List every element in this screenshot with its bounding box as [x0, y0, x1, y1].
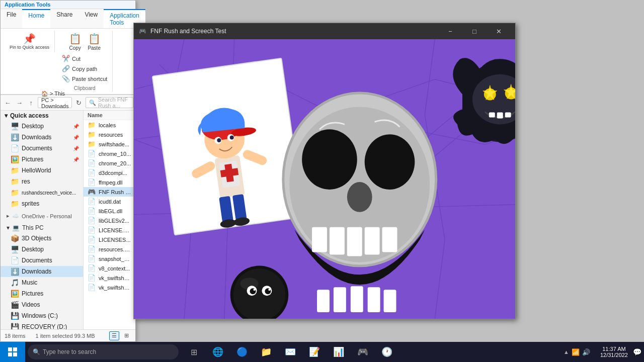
search-box[interactable]: 🔍 Search FNF Rush a...	[86, 97, 133, 108]
sidebar-item-documents-qa[interactable]: 📄 Documents 📌	[1, 143, 83, 154]
file-item-v8context[interactable]: 📄 v8_context...	[84, 263, 135, 273]
file-item-ffmpeg[interactable]: 📄 ffmpeg.dll	[84, 177, 135, 187]
tiles-view-button[interactable]: ⊞	[121, 331, 131, 340]
sidebar-section-quick-access[interactable]: ▾ Quick access	[1, 111, 83, 121]
task-view-icon: ⊞	[191, 347, 197, 357]
svg-rect-57	[13, 352, 17, 356]
svg-rect-42	[489, 112, 495, 117]
taskbar-search-icon: 🔍	[33, 348, 40, 355]
file-item-libegl[interactable]: 📄 libEGL.dll	[84, 206, 135, 216]
volume-icon[interactable]: 🔊	[582, 348, 590, 356]
tab-home[interactable]: Home	[22, 9, 50, 28]
sidebar-item-sprites[interactable]: 📁 sprites	[1, 198, 83, 209]
pin-indicator: 📌	[73, 146, 79, 151]
cut-button[interactable]: ✂️ Cut	[60, 54, 109, 63]
file-item-chrome10[interactable]: 📄 chrome_10...	[84, 149, 135, 158]
sidebar-item-documents-pc[interactable]: 📄 Documents	[1, 255, 83, 266]
powerpoint-app-icon: 📊	[333, 346, 344, 357]
sidebar-item-downloads-qa[interactable]: ⬇️ Downloads 📌	[1, 132, 83, 143]
downloads-pc-icon: ⬇️	[11, 267, 19, 276]
file-name: v8_context...	[99, 265, 130, 272]
address-path[interactable]: 🏠 > This PC > Downloads >	[38, 97, 72, 108]
sidebar-item-music[interactable]: 🎵 Music	[1, 277, 83, 288]
taskbar-search-box[interactable]: 🔍 Type here to search	[28, 344, 179, 359]
file-item-vk2[interactable]: 📄 vk_swiftsha...	[84, 283, 135, 292]
sidebar-item-desktop[interactable]: 🖥️ Desktop 📌	[1, 121, 83, 132]
edge-icon[interactable]: 🌐	[208, 342, 228, 362]
sidebar-item-desktop-pc[interactable]: 🖥️ Desktop	[1, 244, 83, 255]
chevron-up-icon[interactable]: ▲	[564, 349, 569, 355]
cloud-icon: ☁️	[12, 213, 19, 219]
refresh-button[interactable]: ↻	[73, 97, 84, 109]
file-item-resources-pak[interactable]: 📄 resources.p...	[84, 244, 135, 254]
sidebar-item-videos[interactable]: 🎬 Videos	[1, 299, 83, 310]
game-taskbar-icon[interactable]: 🎮	[353, 342, 373, 362]
file-item-libgles[interactable]: 📄 libGLESv2...	[84, 216, 135, 225]
file-item-swiftshade[interactable]: 📁 swiftshade...	[84, 139, 135, 149]
file-item-snapshot[interactable]: 📄 snapshot_b...	[84, 254, 135, 263]
tab-file[interactable]: File	[1, 9, 22, 28]
cut-icon: ✂️	[62, 55, 70, 62]
copy-button[interactable]: 📋 Copy	[66, 32, 84, 52]
sidebar-item-downloads-pc[interactable]: ⬇️ Downloads	[1, 266, 83, 277]
file-item-resources[interactable]: 📁 resources	[84, 130, 135, 139]
file-name: ffmpeg.dll	[99, 179, 123, 186]
file-item-fnf-rush[interactable]: 🎮 FNF Rush a...	[84, 187, 135, 197]
tab-share[interactable]: Share	[50, 9, 78, 28]
file-item-licenses[interactable]: 📄 LICENSES...	[84, 235, 135, 244]
copy-path-button[interactable]: 🔗 Copy path	[60, 64, 109, 73]
ribbon-group-clipboard: 📋 Copy 📋 Paste ✂️ Cut 🔗 Copy	[57, 31, 113, 92]
minimize-button[interactable]: −	[439, 23, 462, 39]
expand-icon: ▾	[7, 224, 10, 231]
status-bar: 18 items 1 item selected 99.3 MB ☰ ⊞	[1, 329, 135, 341]
app9-icon[interactable]: 🕐	[377, 342, 397, 362]
explorer-taskbar-icon[interactable]: 📁	[256, 342, 276, 362]
sidebar-item-recovery-d[interactable]: 💾 RECOVERY (D:)	[1, 321, 83, 329]
tab-view[interactable]: View	[78, 9, 104, 28]
sidebar-item-rushandscreech[interactable]: 📁 rushandscreech_voice...	[1, 187, 83, 198]
pin-indicator: 📌	[73, 157, 79, 162]
file-icon: 📄	[88, 198, 96, 205]
network-icon[interactable]: 📶	[572, 348, 580, 356]
forward-button[interactable]: →	[14, 97, 24, 109]
sidebar-item-helloworld[interactable]: 📁 HelloWorld	[1, 165, 83, 176]
file-item-d3dcomp[interactable]: 📄 d3dcompi...	[84, 168, 135, 177]
email-icon[interactable]: ✉️	[280, 342, 300, 362]
up-button[interactable]: ↑	[26, 97, 36, 109]
task-view-button[interactable]: ⊞	[184, 342, 204, 362]
paste-shortcut-button[interactable]: 📎 Paste shortcut	[60, 74, 109, 83]
powerpoint-icon[interactable]: 📊	[329, 342, 349, 362]
file-item-icudtl[interactable]: 📄 icudtl.dat	[84, 197, 135, 206]
this-pc-icon: 💻	[12, 224, 20, 231]
file-item-locales[interactable]: 📁 locales	[84, 120, 135, 130]
start-button[interactable]	[0, 342, 25, 362]
search-icon: 🔍	[89, 100, 96, 106]
svg-point-25	[347, 182, 372, 212]
sidebar-item-this-pc[interactable]: ▾ 💻 This PC	[1, 223, 83, 233]
maximize-button[interactable]: □	[463, 23, 486, 39]
sidebar-item-res[interactable]: 📁 res	[1, 176, 83, 187]
svg-rect-32	[334, 287, 346, 312]
sidebar-item-label: res	[22, 178, 30, 185]
notification-icon[interactable]: 💬	[633, 348, 641, 356]
sidebar-item-onedrive[interactable]: ▸ ☁️ OneDrive - Personal	[1, 211, 83, 221]
pin-to-quick-access-button[interactable]: 📌 Pin to Quick access	[8, 32, 51, 51]
details-view-button[interactable]: ☰	[109, 331, 119, 340]
chrome-icon[interactable]: 🔵	[232, 342, 252, 362]
sidebar-item-pictures-pc[interactable]: 🖼️ Pictures	[1, 288, 83, 299]
file-item-vk1[interactable]: 📄 vk_swiftsha...	[84, 273, 135, 283]
sidebar-item-3d-objects[interactable]: 📦 3D Objects	[1, 233, 83, 244]
file-icon: 📄	[88, 264, 96, 272]
paste-button[interactable]: 📋 Paste	[85, 32, 103, 52]
file-name: resources.p...	[99, 246, 131, 252]
file-item-license[interactable]: 📄 LICENSE.e...	[84, 225, 135, 235]
explorer-body: ▾ Quick access 🖥️ Desktop 📌 ⬇️ Downloads…	[1, 111, 135, 329]
sidebar-item-pictures-qa[interactable]: 🖼️ Pictures 📌	[1, 154, 83, 165]
sidebar: ▾ Quick access 🖥️ Desktop 📌 ⬇️ Downloads…	[1, 111, 84, 329]
back-button[interactable]: ←	[3, 97, 13, 109]
file-item-chrome20[interactable]: 📄 chrome_20...	[84, 158, 135, 168]
word-icon[interactable]: 📝	[304, 342, 325, 362]
close-button[interactable]: ✕	[487, 23, 510, 39]
sidebar-item-windows-c[interactable]: 💾 Windows (C:)	[1, 310, 83, 321]
system-clock[interactable]: 11:37 AM 12/31/2022	[595, 346, 633, 358]
